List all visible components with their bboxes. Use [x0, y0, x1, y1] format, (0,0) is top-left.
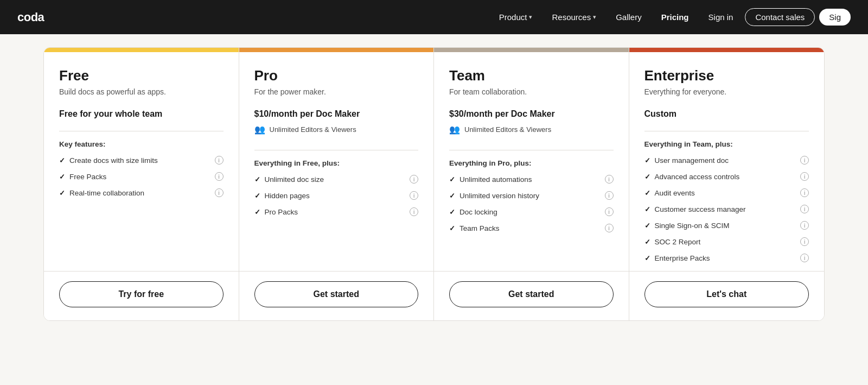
feature-list-free: ✓Create docs with size limitsi✓Free Pack… — [59, 156, 224, 262]
feature-label: Real-time collaboration — [69, 189, 144, 197]
plan-body-enterprise: EnterpriseEverything for everyone.Custom… — [629, 52, 825, 271]
check-icon: ✓ — [59, 156, 65, 165]
plan-card-free: FreeBuild docs as powerful as apps.Free … — [44, 48, 239, 320]
users-icon: 👥 — [449, 124, 460, 135]
navigation: coda Product ▾ Resources ▾ Gallery Prici… — [0, 0, 868, 34]
plan-footer-pro: Get started — [239, 271, 434, 320]
nav-signin[interactable]: Sign in — [701, 8, 741, 26]
plan-features-heading-team: Everything in Pro, plus: — [449, 159, 614, 167]
nav-product[interactable]: Product ▾ — [492, 8, 540, 26]
list-item: ✓Team Packsi — [449, 224, 614, 232]
list-item: ✓Single Sign-on & SCIMi — [644, 221, 809, 230]
info-icon[interactable]: i — [410, 175, 418, 184]
plan-card-team: TeamFor team collaboration.$30/month per… — [434, 48, 629, 320]
plan-divider-free — [59, 131, 224, 131]
plan-price-free: Free for your whole team — [59, 109, 224, 119]
plan-card-pro: ProFor the power maker.$10/month per Doc… — [239, 48, 435, 320]
plan-name-free: Free — [59, 67, 224, 84]
plan-top-bar-free — [44, 48, 239, 52]
plan-top-bar-pro — [239, 48, 434, 52]
list-item: ✓Doc lockingi — [449, 207, 614, 216]
chevron-down-icon: ▾ — [529, 14, 532, 21]
check-icon: ✓ — [59, 173, 65, 181]
check-icon: ✓ — [644, 156, 650, 165]
plan-cta-button-free[interactable]: Try for free — [59, 281, 224, 307]
plan-cta-button-team[interactable]: Get started — [449, 281, 614, 307]
info-icon[interactable]: i — [410, 191, 418, 200]
plan-divider-team — [449, 150, 614, 150]
list-item: ✓Pro Packsi — [254, 207, 419, 216]
plan-tagline-pro: For the power maker. — [254, 87, 419, 96]
list-item: ✓Create docs with size limitsi — [59, 156, 224, 165]
feature-list-pro: ✓Unlimited doc sizei✓Hidden pagesi✓Pro P… — [254, 175, 419, 262]
check-icon: ✓ — [449, 224, 455, 232]
check-icon: ✓ — [254, 192, 260, 200]
plan-footer-free: Try for free — [44, 271, 239, 320]
check-icon: ✓ — [449, 208, 455, 216]
check-icon: ✓ — [644, 238, 650, 246]
info-icon[interactable]: i — [215, 172, 224, 181]
plan-name-pro: Pro — [254, 67, 419, 84]
editors-label: Unlimited Editors & Viewers — [464, 125, 551, 134]
info-icon[interactable]: i — [800, 237, 809, 246]
plan-cta-button-pro[interactable]: Get started — [254, 281, 419, 307]
list-item: ✓Unlimited version historyi — [449, 191, 614, 200]
feature-list-team: ✓Unlimited automationsi✓Unlimited versio… — [449, 175, 614, 262]
check-icon: ✓ — [644, 205, 650, 213]
list-item: ✓Enterprise Packsi — [644, 254, 809, 262]
list-item: ✓Audit eventsi — [644, 188, 809, 197]
editors-label: Unlimited Editors & Viewers — [270, 125, 356, 134]
feature-label: Customer success manager — [655, 205, 746, 213]
plan-cta-button-enterprise[interactable]: Let's chat — [644, 281, 809, 307]
logo[interactable]: coda — [17, 10, 44, 24]
signup-button[interactable]: Sig — [819, 9, 851, 26]
feature-list-enterprise: ✓User management doci✓Advanced access co… — [644, 156, 809, 262]
feature-label: Advanced access controls — [655, 173, 740, 181]
plan-top-bar-enterprise — [629, 48, 825, 52]
info-icon[interactable]: i — [800, 172, 809, 181]
plan-features-heading-free: Key features: — [59, 140, 224, 148]
feature-label: SOC 2 Report — [655, 238, 701, 246]
plan-top-bar-team — [434, 48, 629, 52]
info-icon[interactable]: i — [605, 191, 614, 200]
plan-price-enterprise: Custom — [644, 109, 809, 119]
nav-gallery[interactable]: Gallery — [608, 8, 649, 26]
info-icon[interactable]: i — [410, 207, 418, 216]
plan-tagline-team: For team collaboration. — [449, 87, 614, 96]
info-icon[interactable]: i — [605, 224, 614, 232]
info-icon[interactable]: i — [605, 207, 614, 216]
check-icon: ✓ — [449, 192, 455, 200]
plan-tagline-enterprise: Everything for everyone. — [644, 87, 809, 96]
plan-tagline-free: Build docs as powerful as apps. — [59, 87, 224, 96]
contact-sales-button[interactable]: Contact sales — [745, 8, 815, 26]
plan-name-team: Team — [449, 67, 614, 84]
nav-resources[interactable]: Resources ▾ — [544, 8, 604, 26]
plan-body-team: TeamFor team collaboration.$30/month per… — [434, 52, 629, 271]
info-icon[interactable]: i — [800, 188, 809, 197]
chevron-down-icon: ▾ — [593, 14, 596, 21]
feature-label: Pro Packs — [265, 208, 298, 216]
info-icon[interactable]: i — [800, 156, 809, 165]
list-item: ✓Customer success manageri — [644, 205, 809, 213]
plan-footer-team: Get started — [434, 271, 629, 320]
nav-links: Product ▾ Resources ▾ Gallery Pricing Si… — [492, 8, 851, 26]
info-icon[interactable]: i — [605, 175, 614, 184]
plan-body-free: FreeBuild docs as powerful as apps.Free … — [44, 52, 239, 271]
feature-label: Hidden pages — [265, 192, 310, 200]
info-icon[interactable]: i — [800, 254, 809, 262]
feature-label: Audit events — [655, 189, 695, 197]
info-icon[interactable]: i — [800, 221, 809, 230]
plan-name-enterprise: Enterprise — [644, 67, 809, 84]
nav-pricing[interactable]: Pricing — [654, 8, 697, 26]
check-icon: ✓ — [254, 175, 260, 184]
info-icon[interactable]: i — [800, 205, 809, 213]
check-icon: ✓ — [59, 189, 65, 197]
info-icon[interactable]: i — [215, 188, 224, 197]
feature-label: Create docs with size limits — [69, 156, 158, 165]
list-item: ✓Unlimited doc sizei — [254, 175, 419, 184]
info-icon[interactable]: i — [215, 156, 224, 165]
feature-label: Team Packs — [459, 224, 500, 232]
check-icon: ✓ — [254, 208, 260, 216]
pricing-section: FreeBuild docs as powerful as apps.Free … — [0, 34, 868, 337]
plan-editors-team: 👥Unlimited Editors & Viewers — [449, 124, 614, 135]
